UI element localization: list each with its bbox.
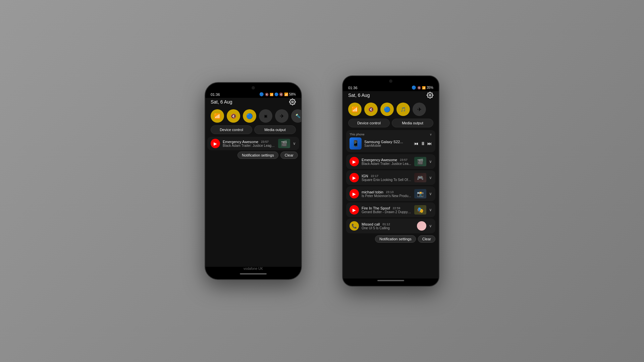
- mute-icon: 🔇: [265, 93, 269, 96]
- qs-flashlight-btn[interactable]: 🔦: [291, 109, 301, 123]
- phone2-notif-actions: Notification settings Clear: [343, 233, 439, 244]
- qs-nfc-btn[interactable]: ▣: [259, 109, 272, 123]
- phone1-home-indicator[interactable]: [240, 273, 267, 275]
- yt-play-icon: ▶: [214, 141, 217, 146]
- phone1-screen: 01:36 🔵 🔇 📶 🔵 🔇 📶 58% Sat, 6 Aug: [205, 83, 301, 279]
- notif-item-emergency-awesome[interactable]: ▶ Emergency Awesome 23:57 Black Adam Tra…: [346, 154, 435, 169]
- phone2-bottom: [343, 279, 439, 286]
- expand-icon-p1[interactable]: ∨: [293, 141, 296, 146]
- qs-mute-btn[interactable]: 🔇: [227, 109, 240, 123]
- camera-hole-phone2: [389, 79, 392, 83]
- p2-battery: 35%: [427, 86, 433, 89]
- notif-time-n2: 22:17: [371, 174, 379, 178]
- phone2-quick-settings: 📶 🔇 🔵 🎵 ✈: [343, 101, 439, 119]
- notif-content-n2: IGN 22:17 Square Enix Looking To Sell Of…: [362, 174, 412, 182]
- media-player-main: 📱 Samsung Galaxy S22... SamMobile ⏮ ⏸ ⏭: [350, 137, 432, 149]
- phone1-notification-panel: Sat, 6 Aug 📶 🔇 🔵: [205, 98, 301, 267]
- phone1-notif-thumb: 🎬: [278, 139, 290, 148]
- phone2-settings-icon[interactable]: [427, 92, 433, 99]
- phone2-notification-panel: Sat, 6 Aug 📶 🔇 🔵: [343, 91, 439, 279]
- expand-n3[interactable]: ∨: [429, 191, 432, 196]
- notif-body-n1: Black Adam Trailer: Justice Lea...: [362, 162, 412, 166]
- phone1-settings-icon[interactable]: [289, 99, 296, 105]
- notif-title-n5: Missed call: [362, 222, 380, 226]
- media-play-btn[interactable]: ⏸: [421, 141, 425, 146]
- device-control-btn[interactable]: Device control: [211, 125, 252, 134]
- phone2-control-buttons: Device control Media output: [343, 119, 439, 130]
- thumb-img-p1: 🎬: [278, 139, 290, 148]
- notif-title-n3: michael tobin: [362, 190, 383, 194]
- p2-qs-mute-btn[interactable]: 🔇: [364, 103, 378, 116]
- qs-airplane-btn[interactable]: ✈: [275, 109, 288, 123]
- p2-qs-bluetooth-btn[interactable]: 🔵: [380, 103, 394, 116]
- phone1-notif-time: 23:57: [261, 140, 269, 143]
- notif-body-n2: Square Enix Looking To Sell Off...: [362, 178, 412, 182]
- phone1-control-buttons: Device control Media output: [205, 125, 301, 137]
- notif-body-n5: One UI 5 Is Calling: [362, 226, 414, 230]
- notif-title-n1: Emergency Awesome: [362, 158, 397, 162]
- p2-qs-media-btn[interactable]: 🎵: [396, 103, 410, 116]
- media-art-icon: 📱: [352, 140, 359, 147]
- phone1-notif-title: Emergency Awesome: [223, 140, 258, 144]
- media-next-btn[interactable]: ⏭: [427, 141, 432, 146]
- p2-bt-qs-icon: 🔵: [384, 106, 390, 113]
- notif-header-n4: Fire In The Spoof 22:59: [362, 206, 412, 210]
- expand-n4[interactable]: ∨: [429, 207, 432, 212]
- phone1-date: Sat, 6 Aug: [211, 99, 232, 105]
- notif-item-ign[interactable]: ▶ IGN 22:17 Square Enix Looking To Sell …: [346, 170, 435, 185]
- p2-mute-qs-icon: 🔇: [368, 107, 374, 112]
- phone-icon-n5: 📞: [350, 221, 359, 231]
- p2-notif-settings-btn[interactable]: Notification settings: [375, 235, 416, 243]
- svg-point-1: [429, 95, 431, 96]
- media-output-btn[interactable]: Media output: [254, 125, 296, 134]
- expand-n5[interactable]: ∨: [429, 224, 432, 228]
- notif-thumb-n1: 🎬: [414, 157, 426, 166]
- bt-icon: 🔵: [246, 113, 253, 119]
- media-source-label: This phone: [350, 133, 365, 136]
- notif-thumb-n2: 🎮: [414, 173, 426, 182]
- media-controls: ⏮ ⏸ ⏭: [414, 141, 432, 146]
- notif-item-fire-in-the-spoof[interactable]: ▶ Fire In The Spoof 22:59 Gerard Butler …: [346, 202, 435, 217]
- notif-avatar-n5: [417, 221, 426, 231]
- notif-item-michael-tobin[interactable]: ▶ michael tobin 23:13 Is Peter Mckinnon'…: [346, 186, 435, 201]
- phone1-clear-btn[interactable]: Clear: [280, 152, 298, 159]
- expand-n1[interactable]: ∨: [429, 159, 432, 164]
- phone1-notif-settings-btn[interactable]: Notification settings: [237, 152, 278, 159]
- thumb-img-n2: 🎮: [414, 173, 426, 182]
- phone1-quick-settings: 📶 🔇 🔵 ▣ ✈ 🔦: [205, 108, 301, 125]
- p2-qs-airplane-btn[interactable]: ✈: [413, 103, 426, 116]
- phone1-notif-content: Emergency Awesome 23:57 Black Adam Trail…: [223, 140, 275, 147]
- thumb-img-n1: 🎬: [414, 157, 426, 166]
- phone2-time: 01:36: [348, 86, 358, 90]
- phone2-status-bar: 01:36 🔵 🔇 📶 35%: [343, 83, 439, 91]
- phone2-home-indicator[interactable]: [377, 280, 404, 281]
- media-prev-btn[interactable]: ⏮: [414, 141, 419, 146]
- phone2-date: Sat, 6 Aug: [348, 93, 370, 98]
- notif-time-n3: 23:13: [386, 190, 394, 194]
- p2-device-control-btn[interactable]: Device control: [348, 119, 390, 127]
- phone2: 01:36 🔵 🔇 📶 35% Sat, 6 Aug: [342, 75, 439, 287]
- p2-media-output-btn[interactable]: Media output: [392, 119, 433, 127]
- notif-header-n5: Missed call 01:12: [362, 222, 414, 226]
- p2-qs-wifi-btn[interactable]: 📶: [348, 103, 362, 116]
- yt-icon-n1: ▶: [350, 157, 359, 166]
- notif-item-missed-call[interactable]: 📞 Missed call 01:12 One UI 5 Is Calling …: [346, 219, 435, 233]
- notif-content-n1: Emergency Awesome 23:57 Black Adam Trail…: [362, 158, 412, 166]
- phone2-date-row: Sat, 6 Aug: [343, 91, 439, 101]
- notif-content-n4: Fire In The Spoof 22:59 Gerard Butler - …: [362, 206, 412, 214]
- nfc-icon: ▣: [264, 114, 267, 118]
- p2-clear-btn[interactable]: Clear: [418, 235, 435, 243]
- notif-title-n2: IGN: [362, 174, 368, 178]
- qs-bluetooth-btn[interactable]: 🔵: [243, 109, 256, 123]
- p2-signal-icon: 📶: [422, 86, 426, 89]
- phone1-date-row: Sat, 6 Aug: [205, 98, 301, 108]
- phone1-notification-item[interactable]: ▶ Emergency Awesome 23:57 Black Adam Tra…: [207, 137, 299, 150]
- flashlight-icon: 🔦: [296, 114, 301, 118]
- p2-wifi-icon: 📶: [352, 106, 358, 113]
- phone1-status-bar: 01:36 🔵 🔇 📶 🔵 🔇 📶 58%: [205, 89, 301, 98]
- notif-header-n2: IGN 22:17: [362, 174, 412, 178]
- expand-n2[interactable]: ∨: [429, 175, 432, 180]
- wifi-icon: 📶: [214, 113, 221, 119]
- media-subtitle: SamMobile: [364, 144, 411, 147]
- qs-wifi-btn[interactable]: 📶: [211, 109, 224, 123]
